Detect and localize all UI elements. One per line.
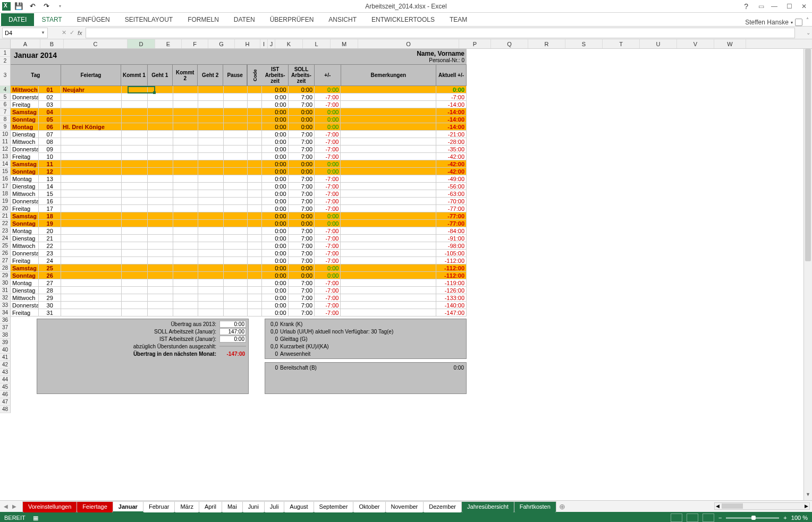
cell[interactable]: 0:00: [262, 212, 288, 220]
cell[interactable]: [122, 235, 148, 242]
row-header-44[interactable]: 44: [0, 376, 11, 383]
cell[interactable]: [224, 257, 248, 264]
cell[interactable]: [248, 175, 262, 183]
table-row[interactable]: Sonntag050:000:000:00-14:00: [11, 116, 467, 123]
cell[interactable]: [61, 272, 122, 279]
cell[interactable]: [341, 205, 436, 212]
ribbon-tab-formeln[interactable]: FORMELN: [180, 13, 226, 26]
sheet-nav-prev[interactable]: ◀: [2, 503, 10, 509]
cell[interactable]: -133:00: [436, 294, 467, 302]
cell[interactable]: [173, 309, 199, 316]
sheet-tab-oktober[interactable]: Oktober: [353, 501, 385, 512]
table-row[interactable]: Samstag180:000:000:00-77:00: [11, 212, 467, 220]
cell[interactable]: [224, 250, 248, 257]
cell[interactable]: [122, 227, 148, 235]
cell[interactable]: [61, 302, 122, 309]
cell[interactable]: 0:00: [262, 101, 288, 108]
cell[interactable]: 0:00: [262, 264, 288, 272]
cell[interactable]: [61, 160, 122, 168]
cell[interactable]: [173, 205, 199, 212]
cell[interactable]: [224, 294, 248, 302]
cell[interactable]: [224, 108, 248, 116]
cell[interactable]: [198, 272, 224, 279]
row-headers[interactable]: 1234567891011121314151617181920212223242…: [0, 49, 11, 413]
table-row[interactable]: Dienstag140:007:00-7:00-56:00: [11, 183, 467, 190]
cell[interactable]: [198, 153, 224, 160]
cell[interactable]: 05: [39, 116, 61, 123]
cell[interactable]: [122, 146, 148, 153]
cell[interactable]: Sonntag: [11, 116, 39, 123]
col-header-T[interactable]: T: [603, 39, 640, 48]
cell[interactable]: 06: [39, 123, 61, 131]
cell[interactable]: [248, 250, 262, 257]
cell[interactable]: [148, 287, 173, 294]
cell[interactable]: -7:00: [315, 235, 341, 242]
cell[interactable]: [224, 227, 248, 235]
row-header-30[interactable]: 30: [0, 279, 11, 287]
cell[interactable]: 11: [39, 160, 61, 168]
row-header-21[interactable]: 21: [0, 212, 11, 220]
table-row[interactable]: Montag06Hl. Drei Könige0:000:000:00-14:0…: [11, 123, 467, 131]
row-header-32[interactable]: 32: [0, 294, 11, 302]
cell[interactable]: 0:00: [289, 220, 315, 227]
table-row[interactable]: Donnerstag230:007:00-7:00-105:00: [11, 250, 467, 257]
table-row[interactable]: Freitag240:007:00-7:00-112:00: [11, 257, 467, 264]
sheet-tab-september[interactable]: September: [314, 501, 354, 512]
cell[interactable]: [248, 309, 262, 316]
row-header-46[interactable]: 46: [0, 391, 11, 398]
cell[interactable]: Hl. Drei Könige: [61, 123, 122, 131]
cell[interactable]: [341, 279, 436, 287]
cell[interactable]: [198, 131, 224, 138]
cell[interactable]: [173, 175, 199, 183]
cell[interactable]: 7:00: [289, 242, 315, 250]
cell[interactable]: [248, 272, 262, 279]
cell[interactable]: [148, 131, 173, 138]
cell[interactable]: 0:00: [262, 250, 288, 257]
cell[interactable]: -7:00: [315, 101, 341, 108]
cell[interactable]: 10: [39, 153, 61, 160]
cell[interactable]: -7:00: [315, 302, 341, 309]
cell[interactable]: [341, 294, 436, 302]
cell[interactable]: [341, 123, 436, 131]
cell[interactable]: [173, 264, 199, 272]
cell[interactable]: [122, 205, 148, 212]
cell[interactable]: [173, 235, 199, 242]
cell[interactable]: [341, 175, 436, 183]
cell[interactable]: [341, 153, 436, 160]
select-all-corner[interactable]: [0, 39, 11, 48]
cell[interactable]: 17: [39, 205, 61, 212]
cell[interactable]: 02: [39, 93, 61, 101]
table-row[interactable]: Dienstag210:007:00-7:00-91:00: [11, 235, 467, 242]
cell[interactable]: [148, 138, 173, 146]
cell[interactable]: [61, 235, 122, 242]
cell[interactable]: -63:00: [436, 190, 467, 198]
ribbon-tab-seitenlayout[interactable]: SEITENLAYOUT: [117, 13, 180, 26]
cell[interactable]: Sonntag: [11, 220, 39, 227]
cell[interactable]: [61, 116, 122, 123]
cell[interactable]: [248, 86, 262, 93]
row-header-9[interactable]: 9: [0, 123, 11, 131]
cell[interactable]: [173, 220, 199, 227]
cell[interactable]: -112:00: [436, 272, 467, 279]
cell[interactable]: 0:00: [289, 123, 315, 131]
cell[interactable]: 03: [39, 101, 61, 108]
cell[interactable]: [341, 183, 436, 190]
cell[interactable]: -7:00: [315, 242, 341, 250]
cell[interactable]: [248, 146, 262, 153]
cell[interactable]: [173, 153, 199, 160]
cell[interactable]: Mittwoch: [11, 190, 39, 198]
cell[interactable]: [122, 93, 148, 101]
cell[interactable]: [198, 183, 224, 190]
cell[interactable]: [122, 257, 148, 264]
cell[interactable]: 0:00: [315, 116, 341, 123]
cell[interactable]: [173, 279, 199, 287]
ribbon-tab-team[interactable]: TEAM: [442, 13, 475, 26]
cell[interactable]: [148, 294, 173, 302]
cell[interactable]: -7:00: [315, 309, 341, 316]
cell[interactable]: [61, 131, 122, 138]
cell[interactable]: 0:00: [289, 108, 315, 116]
col-header-C[interactable]: C: [64, 39, 128, 48]
column-headers[interactable]: ABCDEFGHIJKLMOPQRSTUVW: [0, 39, 812, 49]
cell[interactable]: [173, 123, 199, 131]
sheet-tab-fahrtkosten[interactable]: Fahrtkosten: [514, 501, 556, 512]
